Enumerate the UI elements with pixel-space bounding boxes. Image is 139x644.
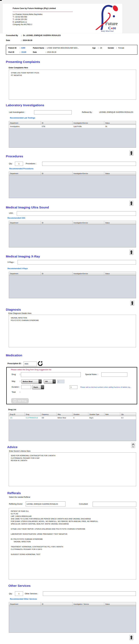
recommended-other-table: DepartmentIDInvestigation / ServiceStatu… bbox=[9, 602, 136, 633]
uss-input[interactable] bbox=[17, 211, 136, 216]
gender-colon: : bbox=[116, 47, 117, 49]
column-header: Duration Type bbox=[88, 412, 104, 416]
dose-input[interactable] bbox=[70, 385, 78, 389]
other-qty-input[interactable] bbox=[15, 592, 23, 596]
reffered-by-label: Reffered By : bbox=[82, 111, 93, 113]
plus-icon: + bbox=[14, 399, 16, 402]
total-colon: : bbox=[20, 391, 20, 393]
recommended-other-link: Recommended Other Services bbox=[10, 598, 37, 600]
consulted-by-value: Dr. LEONEL ENRIQUE GUERRA ROSALES bbox=[23, 34, 61, 36]
visit-bar-date-colon: : bbox=[46, 51, 46, 53]
advice-textarea[interactable]: SEND FOR HORMONAL CONTRACEPTIVE FOR 3 MO… bbox=[9, 452, 136, 486]
patient-name-label: Patient Name bbox=[33, 47, 44, 49]
drug-input[interactable] bbox=[21, 372, 81, 377]
column-header: Department bbox=[9, 602, 41, 606]
recommended-procedures-table: DepartmentIDInvestigation/ServiceStatus bbox=[9, 172, 136, 198]
patient-id-label: Patient ID bbox=[8, 47, 16, 49]
duration-label: Duration : bbox=[12, 386, 20, 388]
column-header: Drug bbox=[25, 412, 40, 416]
advice-delete-button[interactable] bbox=[131, 442, 135, 448]
column-header: ID bbox=[41, 121, 72, 125]
patient-id-colon: : bbox=[20, 47, 20, 49]
refresh-icon[interactable] bbox=[38, 361, 43, 366]
decimal-hint: Please add as decimal numbers when addin… bbox=[80, 386, 136, 388]
consulted-by-colon: : bbox=[21, 34, 22, 36]
lab-investigation-input[interactable] bbox=[34, 110, 72, 114]
procedures-delete-button[interactable] bbox=[130, 200, 133, 206]
special-notes-label: Special Notes bbox=[85, 374, 97, 376]
column-header: Note bbox=[104, 412, 120, 416]
reffering-doctor-label: Reffering Doctor bbox=[9, 503, 22, 505]
other-delete-button[interactable] bbox=[130, 635, 133, 640]
table-row[interactable]: Investigations5756Lipid ProfileOk bbox=[9, 125, 136, 128]
column-header: Duration bbox=[72, 412, 88, 416]
logo-tagline: Body Mind Soul bbox=[94, 30, 120, 32]
visit-bar-date-value: 2024-08-28 bbox=[47, 51, 56, 53]
section-title-advice: Advice bbox=[7, 445, 18, 449]
uss-label: USS : bbox=[9, 212, 14, 214]
duration-input[interactable] bbox=[21, 385, 31, 389]
column-header: ID bbox=[41, 602, 72, 606]
company-phone2: T: +24 84 225 252 bbox=[13, 18, 27, 21]
referral-textarea[interactable]: PATIENT 28 YEAR OLL G1 P1 A0 LMP: 1/08/2… bbox=[9, 508, 136, 580]
duration-type-select[interactable]: Day/s ▼ bbox=[32, 385, 44, 389]
company-address: Le Chainter,Victoria,Mahe,Seychelles bbox=[13, 13, 42, 16]
recommended-lab-link: Recommended Lab Testings bbox=[10, 117, 35, 119]
meal-timing-select[interactable]: Before Meal ▼ bbox=[21, 380, 42, 384]
chevron-down-icon: ▼ bbox=[38, 380, 42, 384]
column-header: Department bbox=[9, 121, 41, 125]
xray-input[interactable] bbox=[18, 260, 136, 264]
special-notes-input[interactable] bbox=[101, 372, 127, 377]
column-header: Way bbox=[56, 412, 72, 416]
add-drug-button[interactable]: + Add Drug bbox=[11, 398, 29, 403]
uss-delete-button[interactable] bbox=[130, 250, 133, 255]
table-row[interactable]: 141CLOTRIMAZOLEODBefore Meal6Day/s6.0 bbox=[9, 416, 136, 420]
drug-suggestion-hint: Please select the Drug from Drug suggess… bbox=[11, 368, 51, 371]
column-header: Investigation/Service bbox=[72, 121, 104, 125]
recommended-uss-link: Recommended USS bbox=[8, 217, 25, 219]
lab-delete-button[interactable] bbox=[130, 150, 133, 156]
procedures-qty-input[interactable] bbox=[15, 162, 23, 166]
trash-icon bbox=[130, 636, 132, 639]
column-header: Status bbox=[104, 602, 136, 606]
procedures-input[interactable] bbox=[42, 162, 136, 166]
trash-outline-icon bbox=[132, 443, 134, 447]
column-header: Department bbox=[9, 272, 41, 276]
referral-subtitle: Select the needed Refferal bbox=[9, 496, 30, 498]
visit-date-label: Date bbox=[6, 39, 10, 42]
visit-id-label: Visit ID bbox=[8, 51, 14, 53]
prescription-id-input[interactable] bbox=[24, 362, 37, 366]
xray-delete-button[interactable] bbox=[130, 300, 134, 306]
column-header: Status bbox=[104, 221, 136, 224]
trash-icon bbox=[131, 301, 134, 305]
diagnosis-textarea[interactable]: VAGINAL INFECTION POLYCYSTIC OVARIAN SYN… bbox=[9, 315, 136, 347]
way-qty-input bbox=[57, 380, 64, 383]
reffering-doctor-input[interactable] bbox=[26, 502, 66, 506]
section-title-medication: Medication bbox=[6, 354, 22, 357]
section-title-referrals: Refferals bbox=[7, 491, 21, 495]
duration-type-value: Day/s bbox=[32, 386, 41, 388]
company-phone1: T: +24 82 593 593 bbox=[13, 16, 27, 18]
section-title-diagnosis: Diagnosis bbox=[6, 308, 21, 312]
total-label: Total bbox=[12, 391, 16, 393]
other-services-input[interactable] bbox=[43, 592, 136, 596]
column-header: Investigation/Service bbox=[72, 272, 104, 276]
visit-date-value: 2024-08-28 bbox=[23, 39, 32, 42]
trash-icon bbox=[130, 250, 132, 254]
gender-value: Female bbox=[118, 47, 124, 49]
consultant-input[interactable] bbox=[93, 502, 136, 507]
complaints-textarea[interactable]: GYNAE USS TODAY REPORT: PCOS PT: NEGATIV… bbox=[9, 70, 136, 100]
column-header: ID bbox=[41, 272, 72, 276]
section-title-xray: Medical Imaging X-Ray bbox=[6, 254, 40, 258]
patient-name-colon: : bbox=[46, 47, 46, 49]
column-header: Qty bbox=[120, 412, 136, 416]
column-header: Department bbox=[9, 221, 41, 224]
future-care-logo: Future C♥re bbox=[92, 4, 122, 30]
meal-timing-value: Before Meal bbox=[22, 380, 38, 382]
age-colon: : bbox=[98, 47, 98, 49]
frequency-select[interactable]: OD ▼ bbox=[44, 380, 56, 384]
drug-list-label: Drug List bbox=[8, 408, 16, 410]
patient-name-value: LYDIE SAMYNA MOUSSOUAMI NZO... bbox=[47, 47, 79, 49]
logo-word-future: Future bbox=[105, 21, 118, 26]
window-edge-artifact bbox=[0, 0, 2, 1]
